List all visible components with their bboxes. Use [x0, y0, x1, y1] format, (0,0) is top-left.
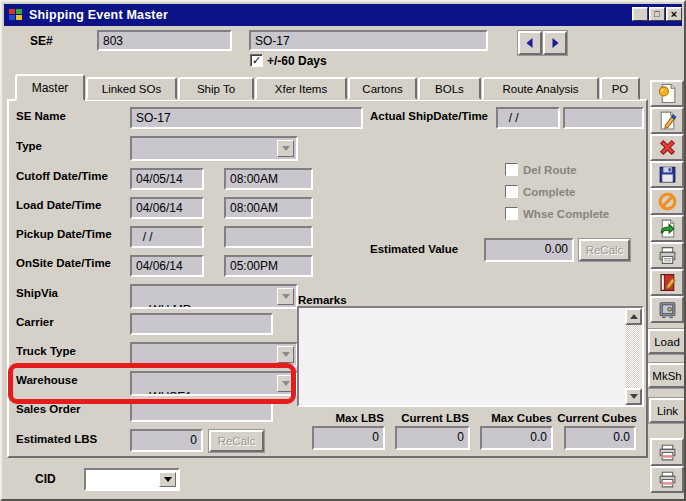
estimated-value-recalc-button[interactable]: ReCalc	[579, 239, 630, 261]
plus-minus-60-days-checkbox[interactable]: ✓	[250, 54, 263, 67]
warehouse-label: Warehouse	[16, 374, 78, 386]
link-button[interactable]: Link	[649, 398, 686, 423]
truck-type-dropdown[interactable]	[130, 342, 298, 367]
minimize-button[interactable]: _	[632, 7, 648, 21]
scroll-down-button[interactable]	[625, 388, 642, 405]
tab-linked-sos[interactable]: Linked SOs	[86, 77, 177, 100]
type-dropdown-button[interactable]	[277, 140, 294, 157]
current-cubes-field[interactable]: 0.0	[564, 426, 636, 450]
truck-type-dropdown-button[interactable]	[277, 346, 294, 363]
se-name-header-field[interactable]: SO-17	[249, 30, 488, 51]
tab-route-analysis[interactable]: Route Analysis	[482, 77, 599, 100]
left-arrow-icon	[524, 37, 536, 49]
title-bar: Shipping Event Master	[4, 4, 682, 26]
tab-master[interactable]: Master	[15, 74, 85, 101]
estimated-lbs-field[interactable]: 0	[130, 429, 203, 452]
chevron-down-icon	[282, 294, 290, 303]
remarks-textarea[interactable]	[297, 306, 644, 407]
close-button[interactable]: ×	[666, 7, 682, 21]
prev-record-button[interactable]	[518, 31, 542, 55]
tab-bols[interactable]: BOLs	[418, 77, 481, 100]
cid-dropdown-button[interactable]	[159, 472, 176, 487]
estimated-lbs-recalc-button[interactable]: ReCalc	[209, 430, 264, 452]
journal-icon	[657, 272, 678, 293]
printer-icon	[657, 469, 678, 490]
carrier-field[interactable]	[130, 313, 273, 335]
delete-button[interactable]	[650, 134, 684, 161]
del-route-checkbox[interactable]	[505, 163, 518, 176]
current-lbs-label: Current LBS	[375, 412, 469, 424]
max-cubes-label: Max Cubes	[460, 412, 552, 424]
remarks-scrollbar[interactable]	[625, 308, 642, 405]
carrier-label: Carrier	[16, 316, 54, 328]
remarks-label: Remarks	[298, 294, 347, 306]
whse-complete-checkbox[interactable]	[505, 207, 518, 220]
edit-icon	[657, 110, 678, 131]
chevron-down-icon	[282, 381, 290, 390]
pickup-time-field[interactable]	[224, 226, 313, 248]
sales-order-label: Sales Order	[16, 403, 81, 415]
pickup-date-field[interactable]: / /	[130, 226, 204, 248]
complete-checkbox[interactable]	[505, 185, 518, 198]
load-date-field[interactable]: 04/06/14	[130, 197, 204, 219]
scroll-up-button[interactable]	[625, 308, 642, 325]
estimated-lbs-label: Estimated LBS	[16, 433, 97, 445]
whse-complete-label: Whse Complete	[523, 208, 609, 220]
cancel-button[interactable]	[650, 188, 684, 215]
load-time-field[interactable]: 08:00AM	[224, 197, 313, 219]
del-route-label: Del Route	[523, 164, 577, 176]
print-bottom-button[interactable]	[650, 466, 684, 493]
safe-button[interactable]	[650, 296, 684, 323]
max-lbs-label: Max LBS	[292, 412, 384, 424]
onsite-time-field[interactable]: 05:00PM	[224, 255, 313, 277]
cutoff-date-field[interactable]: 04/05/14	[130, 168, 204, 190]
print-button[interactable]	[650, 242, 684, 269]
mksh-button[interactable]: MkSh	[648, 363, 686, 388]
type-dropdown[interactable]	[130, 136, 298, 161]
print-top-button[interactable]	[650, 438, 684, 466]
warehouse-dropdown[interactable]: WHSE1	[130, 371, 298, 396]
safe-icon	[657, 299, 678, 320]
cutoff-time-field[interactable]: 08:00AM	[224, 168, 313, 190]
warehouse-dropdown-button[interactable]	[277, 375, 294, 392]
sales-order-field[interactable]	[130, 400, 273, 422]
actual-shipdate-label: Actual ShipDate/Time	[370, 110, 488, 122]
printer-icon	[657, 245, 678, 266]
right-arrow-icon	[549, 37, 561, 49]
onsite-label: OnSite Date/Time	[16, 257, 111, 269]
tab-ship-to[interactable]: Ship To	[178, 77, 254, 100]
se-name-label: SE Name	[16, 110, 66, 122]
memo-button[interactable]	[650, 80, 684, 107]
actual-ship-time-field[interactable]	[563, 107, 644, 129]
save-button[interactable]	[650, 161, 684, 188]
pickup-label: Pickup Date/Time	[16, 228, 112, 240]
tab-xfer-items[interactable]: Xfer Items	[255, 77, 347, 100]
truck-type-label: Truck Type	[16, 345, 76, 357]
maximize-button[interactable]: □	[649, 7, 665, 21]
journal-button[interactable]	[650, 269, 684, 296]
current-cubes-label: Current Cubes	[542, 412, 637, 424]
refresh-page-icon	[657, 218, 678, 239]
se-number-field[interactable]: 803	[97, 30, 232, 51]
load-button[interactable]: Load	[648, 329, 686, 354]
tab-po[interactable]: PO	[600, 77, 640, 100]
max-cubes-field[interactable]: 0.0	[480, 426, 553, 450]
current-lbs-field[interactable]: 0	[395, 426, 470, 450]
chevron-down-icon	[164, 477, 172, 486]
cid-dropdown[interactable]: KTDEMO	[84, 468, 180, 491]
onsite-date-field[interactable]: 04/06/14	[130, 255, 204, 277]
next-record-button[interactable]	[543, 31, 567, 55]
shipvia-dropdown-button[interactable]	[277, 288, 294, 305]
chevron-down-icon	[282, 146, 290, 155]
refresh-button[interactable]	[650, 215, 684, 242]
type-label: Type	[16, 140, 42, 152]
se-name-field[interactable]: SO-17	[130, 107, 363, 129]
max-lbs-field[interactable]: 0	[312, 426, 385, 450]
actual-ship-date-field[interactable]: / /	[496, 107, 560, 129]
printer-icon	[657, 442, 678, 463]
shipvia-dropdown[interactable]: WH MR	[130, 284, 298, 309]
estimated-value-field[interactable]: 0.00	[484, 238, 574, 262]
tab-cartons[interactable]: Cartons	[348, 77, 417, 100]
edit-button[interactable]	[650, 107, 684, 134]
se-number-label: SE#	[30, 34, 53, 48]
